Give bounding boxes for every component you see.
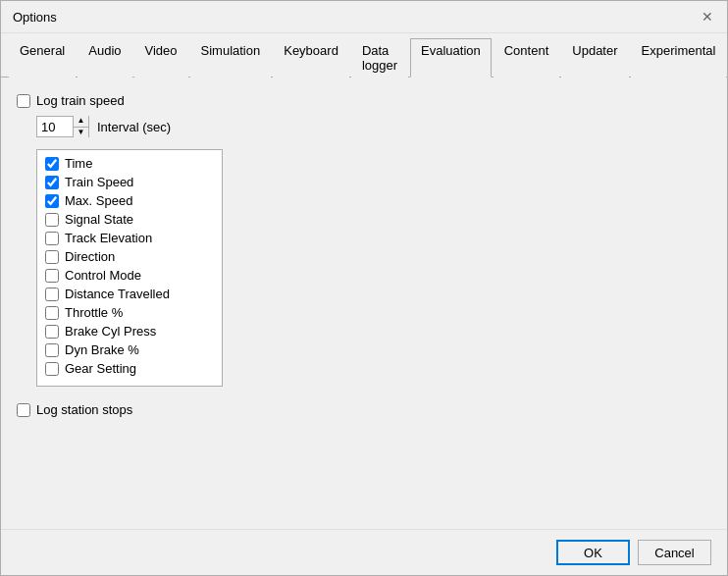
ok-button[interactable]: OK xyxy=(556,540,630,565)
checklist-item-label: Control Mode xyxy=(65,268,141,283)
list-item: Track Elevation xyxy=(45,231,214,245)
checklist-item-label: Dyn Brake % xyxy=(65,342,139,357)
list-item: Max. Speed xyxy=(45,193,214,208)
log-station-stops-row: Log station stops xyxy=(17,402,711,417)
checklist-item-label: Gear Setting xyxy=(65,361,136,376)
checklist-item-label: Time xyxy=(65,156,92,171)
checklist-checkbox-direction[interactable] xyxy=(45,250,59,264)
checklist-item-label: Direction xyxy=(65,249,115,264)
checklist-item-label: Distance Travelled xyxy=(65,287,170,301)
log-train-speed-checkbox[interactable] xyxy=(17,94,30,108)
close-button[interactable]: ✕ xyxy=(700,9,715,25)
tab-content[interactable]: Content xyxy=(494,38,560,78)
checklist-checkbox-dyn-brake-%[interactable] xyxy=(45,343,59,357)
list-item: Dyn Brake % xyxy=(45,342,214,357)
title-bar: Options ✕ xyxy=(1,1,727,33)
checklist-checkbox-signal-state[interactable] xyxy=(45,213,59,227)
list-item: Control Mode xyxy=(45,268,214,283)
list-item: Gear Setting xyxy=(45,361,214,376)
list-item: Distance Travelled xyxy=(45,287,214,301)
footer: OK Cancel xyxy=(1,529,727,575)
checklist-item-label: Throttle % xyxy=(65,305,123,320)
spinner-up-button[interactable]: ▲ xyxy=(74,116,88,128)
list-item: Direction xyxy=(45,249,214,264)
content-area: Log train speed 10 ▲ ▼ Interval (sec) Ti… xyxy=(1,78,727,529)
checklist-checkbox-gear-setting[interactable] xyxy=(45,362,59,376)
list-item: Brake Cyl Press xyxy=(45,324,214,339)
list-item: Throttle % xyxy=(45,305,214,320)
list-item: Signal State xyxy=(45,212,214,227)
log-train-speed-row: Log train speed xyxy=(17,93,711,108)
tab-keyboard[interactable]: Keyboard xyxy=(273,38,349,78)
checklist-box: TimeTrain SpeedMax. SpeedSignal StateTra… xyxy=(36,149,223,387)
spinner-down-button[interactable]: ▼ xyxy=(74,128,88,138)
checklist-item-label: Brake Cyl Press xyxy=(65,324,156,339)
tab-data-logger[interactable]: Data logger xyxy=(351,38,408,78)
spinner-buttons: ▲ ▼ xyxy=(73,116,88,137)
interval-value: 10 xyxy=(37,120,73,134)
tab-audio[interactable]: Audio xyxy=(78,38,131,78)
checklist-checkbox-brake-cyl-press[interactable] xyxy=(45,325,59,339)
tab-bar: GeneralAudioVideoSimulationKeyboardData … xyxy=(1,33,727,78)
options-window: Options ✕ GeneralAudioVideoSimulationKey… xyxy=(0,0,728,576)
checklist-checkbox-max.-speed[interactable] xyxy=(45,194,59,208)
window-title: Options xyxy=(13,10,57,25)
list-item: Time xyxy=(45,156,214,171)
tab-simulation[interactable]: Simulation xyxy=(190,38,272,78)
log-train-speed-label: Log train speed xyxy=(36,93,125,108)
checklist-checkbox-train-speed[interactable] xyxy=(45,176,59,189)
checklist-item-label: Signal State xyxy=(65,212,133,227)
tab-evaluation[interactable]: Evaluation xyxy=(410,38,492,78)
log-station-stops-checkbox[interactable] xyxy=(17,403,30,417)
log-station-stops-label: Log station stops xyxy=(36,402,132,417)
list-item: Train Speed xyxy=(45,175,214,189)
tab-video[interactable]: Video xyxy=(134,38,188,78)
checklist-checkbox-time[interactable] xyxy=(45,157,59,171)
tab-experimental[interactable]: Experimental xyxy=(631,38,727,78)
checklist-item-label: Train Speed xyxy=(65,175,133,189)
cancel-button[interactable]: Cancel xyxy=(638,540,711,565)
tab-general[interactable]: General xyxy=(9,38,76,78)
interval-spinner[interactable]: 10 ▲ ▼ xyxy=(36,116,89,137)
checklist-checkbox-throttle-%[interactable] xyxy=(45,306,59,320)
checklist-item-label: Track Elevation xyxy=(65,231,152,245)
interval-label: Interval (sec) xyxy=(97,120,171,134)
interval-row: 10 ▲ ▼ Interval (sec) xyxy=(36,116,711,137)
checklist-checkbox-distance-travelled[interactable] xyxy=(45,288,59,301)
checklist-checkbox-track-elevation[interactable] xyxy=(45,232,59,245)
checklist-item-label: Max. Speed xyxy=(65,193,132,208)
checklist-checkbox-control-mode[interactable] xyxy=(45,269,59,283)
tab-updater[interactable]: Updater xyxy=(561,38,628,78)
